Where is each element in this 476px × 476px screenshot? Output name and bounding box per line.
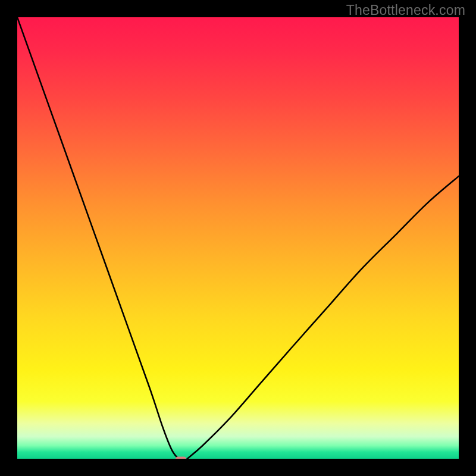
- plot-area: [17, 17, 459, 459]
- curve-layer: [17, 17, 459, 459]
- watermark-text: TheBottleneck.com: [346, 2, 465, 18]
- curve-left: [17, 17, 178, 459]
- curve-right: [187, 176, 459, 459]
- minimum-marker: [176, 456, 186, 459]
- chart-frame: TheBottleneck.com: [0, 0, 476, 476]
